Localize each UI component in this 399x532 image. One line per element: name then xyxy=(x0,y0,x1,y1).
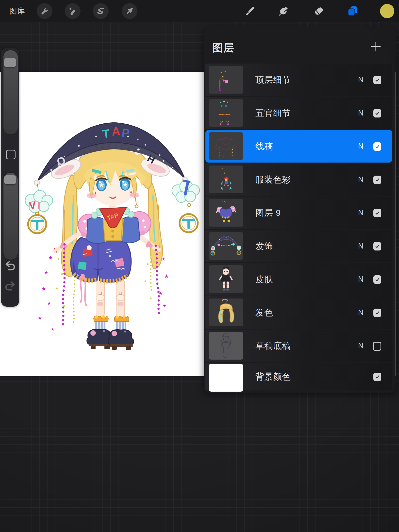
blend-mode-button[interactable]: N xyxy=(355,97,366,129)
layer-thumbnail xyxy=(209,299,243,326)
layer-row-draft-sketch[interactable]: 草稿底稿 N xyxy=(205,330,392,362)
undo-button[interactable] xyxy=(4,260,16,272)
modify-button[interactable] xyxy=(6,150,16,159)
layer-row-top-details[interactable]: 顶层细节 N xyxy=(205,64,392,96)
actions-button[interactable] xyxy=(37,3,52,19)
thumbnail-face-details xyxy=(209,99,243,127)
layer-name: 线稿 xyxy=(255,130,273,163)
layer-thumbnail xyxy=(209,66,243,94)
layer-row-background-color[interactable]: 背景颜色 xyxy=(205,363,392,390)
layer-thumbnail xyxy=(209,99,243,127)
thumbnail-lineart xyxy=(209,132,243,160)
layer-name: 发饰 xyxy=(255,230,273,262)
visibility-checkbox[interactable] xyxy=(373,76,381,84)
layer-thumbnail xyxy=(209,332,243,360)
brush-size-slider[interactable] xyxy=(3,50,18,135)
visibility-checkbox[interactable] xyxy=(373,373,381,381)
blend-mode-button[interactable]: N xyxy=(355,197,366,229)
svg-text:I: I xyxy=(37,200,40,212)
gallery-label: 图库 xyxy=(9,6,25,16)
visibility-checkbox[interactable] xyxy=(373,209,381,217)
blend-mode-button[interactable]: N xyxy=(355,163,366,196)
visibility-checkbox[interactable] xyxy=(373,242,381,250)
redo-button[interactable] xyxy=(4,281,16,292)
visibility-checkbox[interactable] xyxy=(373,342,381,351)
layer-row-skin[interactable]: 皮肤 N xyxy=(205,263,392,296)
eraser-icon xyxy=(313,6,324,17)
blend-mode-button[interactable]: N xyxy=(355,296,366,329)
thumbnail-top-details xyxy=(209,66,243,94)
eraser-tool-button[interactable] xyxy=(310,3,326,19)
magic-wand-icon xyxy=(68,6,77,16)
svg-text:P: P xyxy=(121,126,130,140)
blend-mode-label xyxy=(355,363,366,390)
procreate-screen: { "toolbar": { "gallery_label": "图库", "l… xyxy=(0,0,399,532)
artwork-legs xyxy=(96,279,125,318)
blend-mode-button[interactable]: N xyxy=(355,64,366,96)
layer-thumbnail xyxy=(209,132,243,160)
layer-name: 皮肤 xyxy=(255,263,273,296)
layer-row-hair-color[interactable]: 发色 N xyxy=(205,296,392,329)
svg-text:A: A xyxy=(112,125,121,138)
redo-icon xyxy=(5,281,16,291)
thumbnail-draft-sketch xyxy=(209,332,243,360)
blend-mode-button[interactable]: N xyxy=(355,130,366,163)
thumbnail-hair-color xyxy=(209,299,243,326)
svg-text:VI: VI xyxy=(211,247,214,250)
layers-panel: 图层 顶层细节 N xyxy=(204,27,396,393)
layer-row-lineart[interactable]: 线稿 N xyxy=(205,130,392,163)
smudge-tool-button[interactable] xyxy=(276,3,292,19)
visibility-checkbox[interactable] xyxy=(373,275,381,284)
brush-icon xyxy=(244,6,255,17)
selection-icon xyxy=(96,7,105,16)
thumbnail-skin xyxy=(209,265,243,293)
visibility-checkbox[interactable] xyxy=(373,176,381,184)
wrench-icon xyxy=(40,7,49,16)
visibility-checkbox[interactable] xyxy=(373,109,381,117)
artwork-torso: TAP xyxy=(78,203,151,243)
opacity-slider[interactable] xyxy=(3,172,18,260)
layer-name: 服装色彩 xyxy=(255,163,291,196)
layer-thumbnail xyxy=(209,265,243,293)
thumbnail-clothes-color xyxy=(209,166,243,193)
visibility-checkbox[interactable] xyxy=(373,142,381,151)
artwork-charm-left: V I xyxy=(25,184,53,233)
brush-tool-button[interactable] xyxy=(242,3,257,19)
layer-name: 背景颜色 xyxy=(255,363,291,390)
layer-name: 顶层细节 xyxy=(255,64,291,96)
transform-button[interactable] xyxy=(122,3,137,19)
color-swatch-button[interactable] xyxy=(380,4,394,18)
layer-row-clothes-color[interactable]: 服装色彩 N xyxy=(205,163,392,196)
artwork-shoe-right xyxy=(108,330,134,350)
plus-icon xyxy=(370,41,381,52)
brush-size-handle[interactable] xyxy=(4,58,16,67)
blend-mode-button[interactable]: N xyxy=(355,230,366,262)
visibility-checkbox[interactable] xyxy=(373,309,381,317)
layer-row-layer9[interactable]: 图层 9 N xyxy=(205,197,392,229)
layer-row-face-details[interactable]: 五官细节 N xyxy=(205,97,392,129)
layer-name: 发色 xyxy=(255,296,273,329)
artwork-illustration: TAP xyxy=(0,72,204,376)
layers-panel-title: 图层 xyxy=(212,41,234,55)
opacity-handle[interactable] xyxy=(4,175,16,184)
canvas-sidebar xyxy=(1,48,19,307)
layer-thumbnail xyxy=(209,364,243,392)
layer-list: 顶层细节 N 五官细节 N xyxy=(205,64,392,390)
svg-text:V: V xyxy=(28,199,36,211)
artwork-charm-right xyxy=(172,180,200,232)
blend-mode-button[interactable]: N xyxy=(355,263,366,296)
gallery-button[interactable]: 图库 xyxy=(9,0,25,22)
layer-name: 图层 9 xyxy=(255,197,281,229)
thumbnail-layer9 xyxy=(209,199,243,227)
add-layer-button[interactable] xyxy=(369,40,382,53)
layer-thumbnail xyxy=(209,166,243,193)
layer-thumbnail: VI xyxy=(209,232,243,260)
layer-row-hair-accessory[interactable]: VI 发饰 N xyxy=(205,230,392,262)
transform-arrow-icon xyxy=(125,7,134,15)
layers-icon xyxy=(347,5,358,17)
blend-mode-button[interactable]: N xyxy=(355,330,366,362)
adjustments-button[interactable] xyxy=(65,3,81,19)
layers-tool-button[interactable] xyxy=(345,3,361,19)
layer-thumbnail xyxy=(209,199,243,227)
selection-button[interactable] xyxy=(93,3,109,19)
